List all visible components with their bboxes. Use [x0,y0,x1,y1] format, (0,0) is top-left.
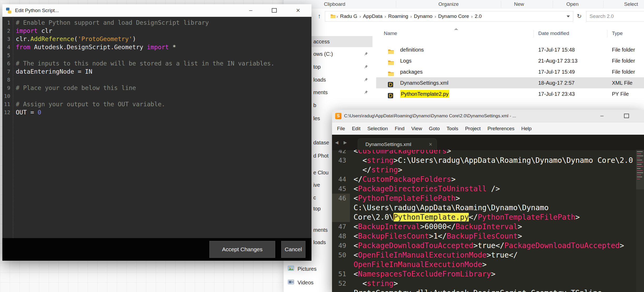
breadcrumb-separator: › [410,14,413,19]
code-line: 43 <string>C:\Users\radug\AppData\Roamin… [332,156,636,165]
sidebar-item-fragment[interactable]: datase [313,139,329,146]
menu-tools[interactable]: Tools [443,126,462,132]
breadcrumb-item[interactable]: Dynamo Core [437,13,470,19]
menu-project[interactable]: Project [462,126,484,132]
sidebar-item-fragment[interactable]: ows (C:) [313,51,333,57]
ribbon-divider [553,1,553,8]
refresh-button[interactable]: ↻ [575,11,584,22]
column-header-date-modified[interactable]: Date modified [538,31,569,36]
file-name: DynamoSettings.xml [400,77,448,88]
line-number: 7 [2,68,13,76]
menu-goto[interactable]: Goto [425,126,443,132]
breadcrumb: ›Radu G›AppData›Roaming›Dynamo›Dynamo Co… [336,13,483,19]
column-header-name[interactable]: Name [384,31,397,36]
sidebar-item-videos[interactable]: Videos [288,279,314,286]
line-number [332,213,350,222]
menu-preferences[interactable]: Preferences [484,126,518,132]
line-number: 2 [2,27,13,35]
sidebar-item-fragment[interactable]: d Phot [313,152,329,159]
file-row[interactable]: packages17-Jul-17 15:49File folder [376,66,644,77]
minimize-button[interactable]: – [245,5,256,16]
breadcrumb-item[interactable]: AppData [362,13,384,19]
file-row[interactable]: DynamoSettings.xml18-Aug-17 2:57XML File [376,77,644,88]
file-type: File folder [612,55,635,66]
menu-selection[interactable]: Selection [364,126,391,132]
address-bar[interactable]: ›Radu G›AppData›Roaming›Dynamo›Dynamo Co… [325,11,573,22]
sidebar-item-fragment[interactable]: e Clou [313,169,329,176]
line-number-gutter: 123456789101112 [2,17,13,238]
up-arrow-button[interactable]: ↑ [315,11,324,21]
line-number: 12 [2,108,13,117]
breadcrumb-item[interactable]: Dynamo [412,13,434,19]
accept-changes-button[interactable]: Accept Changes [209,241,275,258]
pin-icon [364,52,368,57]
menu-help[interactable]: Help [518,126,535,132]
sidebar-item-fragment[interactable]: ive [313,182,320,188]
line-number: 44 [332,175,350,184]
chevron-down-icon[interactable] [567,16,570,17]
file-row[interactable]: definitions17-Jul-17 15:48File folder [376,44,644,55]
column-separator[interactable] [534,30,534,37]
code-line: OpenFileInManualExecutionMode> [332,260,636,269]
code-line: dataEnteringNode = IN [16,68,311,76]
python-code-editor[interactable]: 123456789101112 # Enable Python support … [2,17,311,238]
file-row[interactable]: Logs21-Aug-17 23:13File folder [376,55,644,66]
ribbon-group-organize: Organize [438,1,459,7]
tab-dynamosettings[interactable]: DynamoSettings.xml × [358,138,437,150]
file-name: PythonTemplate2.py [400,90,449,98]
tab-label: DynamoSettings.xml [365,142,411,147]
menu-find[interactable]: Find [391,126,408,132]
menu-edit[interactable]: Edit [349,126,364,132]
search-input[interactable]: Search 2.0 [586,11,644,22]
maximize-button[interactable] [621,110,632,121]
breadcrumb-item[interactable]: Radu G [339,13,359,19]
ribbon-divider [396,1,396,8]
sidebar-item-fragment[interactable]: les [313,115,320,122]
ribbon-group-new: New [514,1,524,7]
column-separator[interactable] [607,30,607,37]
code-line [16,76,311,84]
code-line: C:\Users\radug\AppData\Roaming\Dynamo\Dy… [332,203,636,213]
sidebar-item-fragment[interactable]: top [313,205,321,212]
breadcrumb-separator: › [470,14,474,19]
maximize-button[interactable] [269,5,279,16]
line-number: 3 [2,35,13,43]
sidebar-item-fragment[interactable]: c [313,194,316,201]
desktop: ClipboardOrganizeNewOpenSelect ↑ ›Radu G… [0,0,644,292]
menu-view[interactable]: View [408,126,426,132]
sidebar-item-fragment[interactable]: loads [313,239,326,246]
sidebar-item-fragment[interactable]: ments [313,226,328,233]
close-button[interactable]: × [293,5,303,16]
sidebar-item-fragment[interactable]: ments [313,89,328,96]
file-row[interactable]: PythonTemplate2.py17-Jul-17 23:43PY File [376,88,644,99]
xml-code-editor[interactable]: 42<CustomPackageFolders>43 <string>C:\Us… [332,150,644,292]
cancel-button[interactable]: Cancel [281,241,305,258]
sublime-window-title: C:\Users\radug\AppData\Roaming\Dynamo\Dy… [344,113,516,119]
breadcrumb-item[interactable]: Roaming [387,13,409,19]
line-number: 6 [2,59,13,68]
sidebar-item-fragment[interactable]: top [313,63,321,70]
sublime-tabbar: ◀ ▶ DynamoSettings.xml × [332,135,644,150]
code-line: 44</CustomPackageFolders> [332,175,636,184]
breadcrumb-separator: › [359,14,362,19]
line-number [332,165,350,175]
tab-close-icon[interactable]: × [429,141,432,148]
column-header-type[interactable]: Type [612,31,623,36]
pin-icon [364,90,368,95]
minimap[interactable] [636,150,644,292]
sidebar-item-pictures[interactable]: Pictures [288,265,316,272]
ribbon-group-select: Select [624,1,638,7]
sidebar-item-fragment[interactable]: b [313,102,316,109]
sidebar-item-fragment[interactable]: access [313,38,330,45]
python-code-lines: # Enable Python support and load DesignS… [13,17,311,238]
code-line: # Assign your output to the OUT variable… [16,100,311,108]
file-date-modified: 17-Jul-17 23:43 [538,88,575,99]
tab-forward-icon[interactable]: ▶ [344,140,347,145]
tab-back-icon[interactable]: ◀ [335,140,338,145]
breadcrumb-item[interactable]: 2.0 [473,13,483,19]
line-number [332,203,350,213]
ribbon-divider [603,1,603,8]
minimize-button[interactable]: – [597,110,607,121]
sidebar-item-fragment[interactable]: loads [313,76,326,83]
menu-file[interactable]: File [334,126,349,132]
